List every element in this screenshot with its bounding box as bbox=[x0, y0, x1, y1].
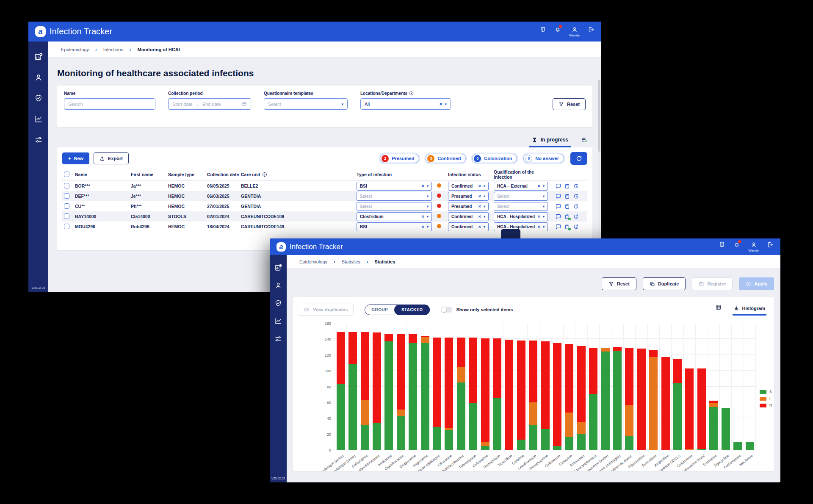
sidebar-item-monitoring-icon[interactable] bbox=[34, 53, 43, 61]
stacked-bar[interactable] bbox=[553, 343, 561, 450]
name-search-input[interactable] bbox=[68, 102, 151, 107]
sidebar-item-quality-shield-icon[interactable] bbox=[34, 94, 43, 102]
stacked-bar[interactable] bbox=[746, 442, 754, 450]
clear-icon[interactable]: × bbox=[478, 194, 481, 199]
collection-period-input[interactable]: Start date → End date bbox=[168, 98, 251, 110]
clear-icon[interactable]: × bbox=[538, 224, 540, 229]
stacked-bar[interactable] bbox=[445, 338, 453, 450]
stacked-bar[interactable] bbox=[493, 338, 501, 450]
row-checkbox[interactable] bbox=[64, 183, 69, 188]
sidebar-item-statistics-icon[interactable] bbox=[34, 115, 43, 123]
reset-button[interactable]: Reset bbox=[602, 277, 636, 290]
sidebar-item-settings-sliders-icon[interactable] bbox=[34, 136, 43, 144]
stacked-bar[interactable] bbox=[613, 347, 622, 450]
sidebar-item-patients-icon[interactable] bbox=[274, 282, 282, 289]
comment-icon[interactable] bbox=[556, 224, 561, 230]
show-selected-switch[interactable] bbox=[441, 307, 452, 313]
clipboard-icon[interactable] bbox=[564, 224, 570, 230]
history-icon[interactable] bbox=[573, 204, 579, 209]
clipboard-icon[interactable] bbox=[564, 183, 570, 189]
user-menu[interactable]: Wendy bbox=[748, 241, 759, 252]
notifications-bell-icon[interactable] bbox=[554, 26, 561, 33]
group-toggle-option[interactable]: GROUP bbox=[365, 305, 394, 315]
breadcrumb-item[interactable]: Epidemiology bbox=[61, 47, 89, 52]
qualification-select[interactable]: HCA - Hospitalized×▾ bbox=[494, 212, 548, 221]
status-chip-confirmed[interactable]: 3 Confirmed bbox=[426, 154, 466, 163]
row-checkbox[interactable] bbox=[64, 213, 69, 219]
comment-icon[interactable] bbox=[556, 214, 561, 219]
logout-icon[interactable] bbox=[588, 26, 595, 33]
infection-status-select[interactable]: Confirmed×▾ bbox=[448, 222, 489, 231]
stacked-bar[interactable] bbox=[625, 348, 633, 450]
table-row[interactable]: BOR*** Ja*** HEMOC 06/05/2025 BELLE2 BSI… bbox=[62, 181, 587, 191]
locations-select[interactable]: All × ▾ bbox=[360, 98, 451, 110]
clear-icon[interactable]: × bbox=[538, 214, 540, 219]
type-of-infection-select[interactable]: Select▾ bbox=[357, 202, 432, 211]
infection-status-select[interactable]: Presumed×▾ bbox=[448, 202, 489, 211]
stacked-bar[interactable] bbox=[661, 357, 670, 450]
stacked-toggle-option[interactable]: STACKED bbox=[394, 305, 430, 315]
status-chip-no-answer[interactable]: 0 No answer bbox=[523, 154, 564, 163]
table-row[interactable]: BAY14000 Cla14000 STOOLS 02/01/2024 CARE… bbox=[62, 211, 587, 222]
stacked-bar[interactable] bbox=[505, 340, 513, 450]
notifications-bell-icon[interactable] bbox=[733, 241, 740, 248]
stacked-bar[interactable] bbox=[697, 368, 706, 450]
table-row[interactable]: DEF*** Je*** HEMOC 06/03/2025 GENTDIA Se… bbox=[62, 191, 587, 201]
stacked-bar[interactable] bbox=[541, 341, 550, 450]
stacked-bar[interactable] bbox=[637, 349, 646, 450]
table-row[interactable]: CU** Ph*** HEMOC 27/01/2025 GENTDIA Sele… bbox=[62, 201, 587, 211]
clear-icon[interactable]: × bbox=[538, 184, 540, 188]
stacked-bar[interactable] bbox=[373, 332, 381, 450]
clear-icon[interactable]: × bbox=[478, 204, 481, 209]
validated-list-icon[interactable] bbox=[581, 136, 588, 146]
clear-icon[interactable]: × bbox=[478, 184, 481, 188]
stacked-bar[interactable] bbox=[709, 401, 718, 450]
row-checkbox[interactable] bbox=[64, 203, 69, 209]
duplicate-button[interactable]: Duplicate bbox=[643, 277, 686, 290]
row-checkbox[interactable] bbox=[64, 193, 69, 199]
apply-button[interactable]: Apply bbox=[739, 277, 774, 290]
stacked-bar[interactable] bbox=[337, 332, 345, 450]
select-all-checkbox[interactable] bbox=[64, 172, 69, 177]
comment-icon[interactable] bbox=[556, 183, 561, 189]
qualification-select[interactable]: Select▾ bbox=[494, 192, 548, 201]
refresh-button[interactable] bbox=[570, 152, 587, 165]
breadcrumb-item[interactable]: Statistics bbox=[342, 259, 360, 264]
history-icon[interactable] bbox=[573, 194, 579, 199]
stacked-bar[interactable] bbox=[397, 334, 405, 450]
stacked-bar[interactable] bbox=[348, 332, 357, 450]
stacked-bar[interactable] bbox=[421, 336, 429, 450]
questionnaire-templates-select[interactable]: Select ▾ bbox=[264, 98, 348, 110]
comment-icon[interactable] bbox=[556, 204, 561, 209]
user-menu[interactable]: Wendy bbox=[569, 26, 580, 37]
info-icon[interactable] bbox=[262, 172, 267, 177]
type-of-infection-select[interactable]: BSI×▾ bbox=[357, 222, 432, 231]
documentation-icon[interactable] bbox=[539, 26, 546, 33]
status-chip-colonization[interactable]: 0 Colonization bbox=[472, 154, 517, 163]
reset-filters-button[interactable]: Reset bbox=[553, 98, 586, 110]
table-view-icon[interactable] bbox=[715, 304, 722, 316]
breadcrumb-item[interactable]: Infections bbox=[103, 47, 123, 52]
stacked-bar[interactable] bbox=[433, 338, 441, 450]
stacked-bar[interactable] bbox=[529, 341, 537, 450]
qualification-select[interactable]: HCA – External×▾ bbox=[494, 182, 548, 191]
stacked-bar[interactable] bbox=[722, 408, 730, 450]
history-icon[interactable] bbox=[573, 183, 579, 189]
stacked-bar[interactable] bbox=[649, 350, 658, 450]
stacked-bar[interactable] bbox=[517, 341, 525, 450]
type-of-infection-select[interactable]: Select▾ bbox=[357, 192, 432, 201]
history-icon[interactable] bbox=[573, 224, 579, 230]
stacked-bar[interactable] bbox=[457, 338, 465, 450]
new-button[interactable]: +New bbox=[62, 152, 89, 164]
sidebar-item-quality-shield-icon[interactable] bbox=[274, 299, 282, 307]
type-of-infection-select[interactable]: BSI×▾ bbox=[357, 182, 432, 191]
stacked-bar[interactable] bbox=[469, 338, 477, 450]
stacked-bar[interactable] bbox=[673, 359, 682, 450]
qualification-select[interactable]: Select▾ bbox=[494, 202, 548, 211]
clear-icon[interactable]: × bbox=[422, 224, 424, 229]
clear-icon[interactable]: × bbox=[439, 101, 442, 107]
infection-status-select[interactable]: Confirmed×▾ bbox=[448, 212, 489, 221]
stacked-bar[interactable] bbox=[601, 348, 610, 450]
tab-histogram[interactable]: Histogram bbox=[733, 304, 766, 316]
type-of-infection-select[interactable]: Clostridium×▾ bbox=[357, 212, 432, 221]
